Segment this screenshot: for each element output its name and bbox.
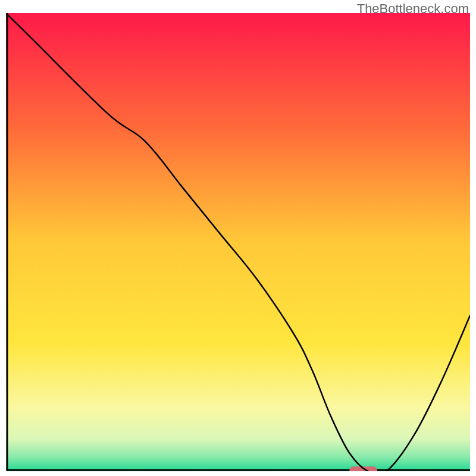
chart-container: TheBottleneck.com [0, 0, 476, 476]
chart-svg [6, 13, 470, 471]
plot-area [6, 13, 470, 471]
